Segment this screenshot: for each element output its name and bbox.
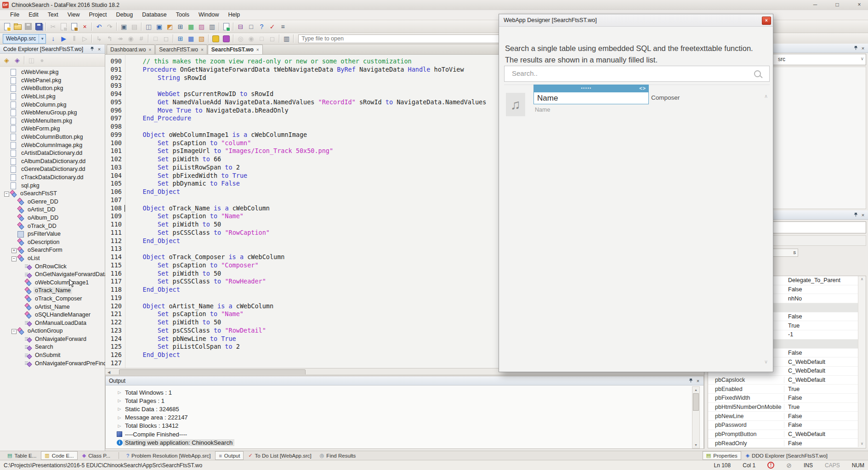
maximize-button[interactable]: □ — [831, 0, 843, 9]
property-value[interactable]: True — [784, 323, 800, 329]
output-item[interactable]: iStarting web application: ChinookSearch — [106, 438, 703, 447]
tree-item-cWebButton.pkg[interactable]: cWebButton.pkg — [0, 85, 105, 93]
open-file-list-button[interactable]: ▥ — [281, 34, 292, 44]
search-input[interactable] — [511, 69, 752, 78]
designer-title-bar[interactable]: WebApp Designer [SearchFtsST.wo] × — [499, 14, 773, 27]
expand-arrow-icon[interactable]: ▷ — [118, 398, 121, 403]
undo-button[interactable]: ↶ — [94, 22, 104, 31]
explorer-sort-type-button[interactable]: ◈ — [12, 55, 23, 65]
open-folder-button[interactable] — [12, 22, 23, 31]
compile-order-button[interactable]: ↓ — [48, 34, 58, 44]
tree-item-OnRowClick[interactable]: OnRowClick — [0, 262, 105, 271]
locate-in-code-button[interactable] — [221, 34, 232, 44]
find-definition-button[interactable]: ◎ — [235, 34, 246, 44]
report-button[interactable] — [221, 22, 232, 31]
step-button[interactable]: ▷ — [79, 34, 90, 44]
toggle-breakpoint-button[interactable]: ◉ — [125, 34, 136, 44]
step-into-button[interactable]: ↳ — [94, 34, 104, 44]
scroll-left-icon[interactable]: ◀ — [105, 370, 113, 374]
code-toggle-icon[interactable]: <> — [639, 85, 649, 91]
menu-tools[interactable]: Tools — [171, 10, 194, 20]
scrollbar-thumb[interactable] — [693, 393, 699, 411]
property-value[interactable]: C_WebDefault — [784, 359, 825, 365]
pin-icon[interactable] — [687, 377, 694, 385]
tree-item-cWebMenuItem.pkg[interactable]: cWebMenuItem.pkg — [0, 117, 105, 125]
property-row[interactable]: pbCapslockC_WebDefault — [708, 376, 866, 385]
expand-arrow-icon[interactable]: ▷ — [118, 415, 121, 420]
tree-item-OnManualLoadData[interactable]: OnManualLoadData — [0, 319, 105, 327]
menu-debug[interactable]: Debug — [111, 10, 137, 20]
property-row[interactable]: pbFixedWidthFalse — [708, 394, 866, 403]
property-value[interactable]: False — [784, 395, 802, 401]
new-file-button[interactable] — [2, 22, 12, 31]
print-button[interactable]: ▤ — [129, 22, 140, 31]
expand-arrow-icon[interactable]: ▷ — [118, 424, 121, 428]
context-help-button[interactable]: ? — [256, 22, 267, 31]
expand-icon[interactable]: + — [11, 248, 17, 253]
database-builder-button[interactable]: ▧ — [196, 34, 207, 44]
property-value[interactable]: Delegate_To_Parent — [784, 277, 840, 283]
pin-icon[interactable] — [852, 45, 859, 52]
tree-item-OnNavigateForward[interactable]: OnNavigateForward — [0, 335, 105, 344]
scroll-down-icon[interactable]: ∨ — [858, 441, 866, 447]
tree-item-cWebView.pkg[interactable]: cWebView.pkg — [0, 68, 105, 77]
tree-item-oGenre_DD[interactable]: oGenre_DD — [0, 198, 105, 206]
chevron-down-icon[interactable]: ∨ — [861, 56, 864, 61]
property-row[interactable]: pbPasswordFalse — [708, 421, 866, 430]
property-value[interactable]: False — [784, 440, 802, 447]
property-value[interactable]: True — [784, 404, 800, 410]
property-row[interactable]: pbPromptButtonC_WebDefault — [708, 430, 866, 439]
window-list-button[interactable]: ▥ — [207, 22, 217, 31]
tab-Dashboard.wo[interactable]: Dashboard.wo× — [107, 45, 155, 54]
expand-arrow-icon[interactable]: ▷ — [118, 407, 121, 411]
screen-view-button[interactable]: ▣ — [119, 22, 129, 31]
close-icon[interactable]: × — [859, 211, 867, 219]
project-window-button[interactable]: ▣ — [154, 22, 165, 31]
tree-item-OnSubmit[interactable]: OnSubmit — [0, 351, 105, 360]
output-item[interactable]: ▷Total Windows : 1 — [106, 388, 703, 396]
tree-item-cWebPanel.pkg[interactable]: cWebPanel.pkg — [0, 77, 105, 85]
tree-item-oWebColumnImage1[interactable]: oWebColumnImage1 — [0, 278, 105, 287]
menu-file[interactable]: File — [6, 10, 24, 20]
tree-item-oSQLHandleManager[interactable]: oSQLHandleManager — [0, 311, 105, 319]
selection-mode-button[interactable]: □ — [246, 22, 256, 31]
bottom-tab-code-e-[interactable]: ▥Code E... — [41, 451, 77, 460]
pin-icon[interactable] — [88, 45, 96, 53]
property-row[interactable]: pbEnabledTrue — [708, 385, 866, 394]
tab-SearchFtfST.wo[interactable]: SearchFtfST.wo× — [155, 45, 207, 54]
tree-item-cGenreDataDictionary.dd[interactable]: cGenreDataDictionary.dd — [0, 165, 105, 174]
output-item[interactable]: ▷Static Data : 324685 — [106, 405, 703, 413]
tree-item-oTrack_DD[interactable]: oTrack_DD — [0, 222, 105, 230]
view-wizard-button[interactable]: ▦ — [186, 22, 196, 31]
tree-item-cWebForm.pkg[interactable]: cWebForm.pkg — [0, 125, 105, 133]
explorer-sort-alpha-button[interactable]: ◈ — [1, 55, 12, 65]
watches-button[interactable]: # — [136, 34, 147, 44]
track-image-placeholder[interactable]: ♫ — [506, 93, 525, 116]
property-value[interactable]: C_WebDefault — [784, 368, 825, 374]
tree-item-cWebColumnButton.pkg[interactable]: cWebColumnButton.pkg — [0, 133, 105, 142]
copy-button[interactable] — [58, 22, 69, 31]
property-value[interactable]: False — [784, 350, 802, 356]
close-button[interactable]: × — [762, 17, 771, 25]
run-button[interactable]: ▶ — [58, 34, 69, 44]
tree-item-cWebColumn.pkg[interactable]: cWebColumn.pkg — [0, 101, 105, 109]
tree-item-sql.pkg[interactable]: sql.pkg — [0, 181, 105, 190]
composer-column-label[interactable]: Composer — [651, 94, 680, 101]
save-all-button[interactable] — [34, 22, 44, 31]
tree-item-oTrack_Name[interactable]: oTrack_Name — [0, 287, 105, 295]
property-value[interactable]: True — [784, 386, 800, 392]
bottom-tab-table-e-[interactable]: ▤Table E... — [4, 451, 40, 460]
webapp-designer-button[interactable] — [210, 34, 221, 44]
output-item[interactable]: ----Compile Finished---- — [106, 430, 703, 438]
output-item[interactable]: ▷Total Pages : 1 — [106, 396, 703, 405]
close-icon[interactable]: × — [96, 45, 103, 53]
tree-item-oAlbum_DD[interactable]: oAlbum_DD — [0, 214, 105, 222]
designer-search-box[interactable] — [504, 66, 770, 82]
tab-SearchFtsST.wo[interactable]: SearchFtsST.wo× — [208, 45, 263, 54]
object-browser-button[interactable]: ⊞ — [175, 22, 186, 31]
tab-close-icon[interactable]: × — [256, 47, 259, 52]
redo-button[interactable]: ↷ — [104, 22, 115, 31]
list-view-button[interactable]: ≡ — [278, 22, 288, 31]
property-row[interactable]: pbHtml5NumberOnMobileTrue — [708, 403, 866, 412]
tree-item-cTrackDataDictionary.dd[interactable]: cTrackDataDictionary.dd — [0, 174, 105, 182]
